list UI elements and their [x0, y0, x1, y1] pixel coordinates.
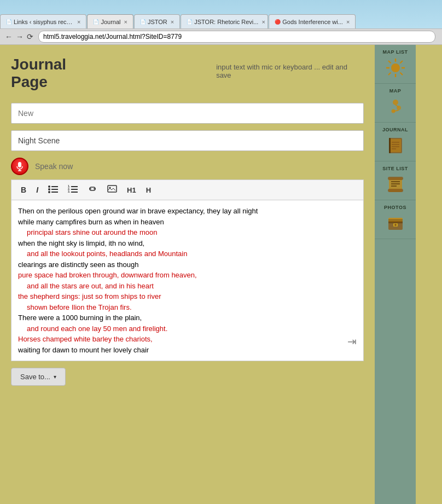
mic-button[interactable] — [11, 158, 28, 175]
journal-icon — [385, 135, 406, 157]
back-button[interactable]: ← — [3, 32, 14, 41]
main-layout: Journal Page input text with mic or keyb… — [0, 45, 442, 504]
h1-button[interactable]: H1 — [123, 184, 141, 196]
map-label: MAP — [389, 88, 402, 94]
svg-rect-35 — [389, 138, 391, 153]
tab-icon: 📄 — [187, 19, 193, 25]
italic-button[interactable]: I — [32, 183, 43, 196]
svg-rect-12 — [71, 189, 78, 190]
tab-links[interactable]: 📄 Links ‹ sisyphus reca... × — [0, 14, 86, 28]
text-line-10: shown before Ilion the Trojan firs. — [18, 302, 357, 313]
bullet-list-button[interactable] — [44, 182, 62, 198]
tab-gods[interactable]: 🔴 Gods Interference wi... × — [269, 14, 356, 28]
text-line-14: waiting for dawn to mount her lovely cha… — [18, 345, 357, 356]
svg-point-46 — [394, 224, 397, 226]
svg-rect-10 — [71, 186, 78, 187]
tab-icon: 🔴 — [275, 19, 281, 25]
text-line-4: when the night sky is limpid, ith no win… — [18, 238, 357, 249]
svg-point-7 — [48, 191, 50, 193]
text-line-5: and all the lookout points, headlands an… — [18, 248, 357, 259]
new-input[interactable] — [11, 103, 364, 124]
text-editor[interactable]: Then on the perilous open ground war in … — [11, 200, 364, 361]
photos-icon — [385, 212, 406, 234]
svg-rect-8 — [51, 192, 58, 193]
text-line-12: and round each one lay 50 men and fireli… — [18, 323, 357, 334]
svg-line-22 — [388, 61, 391, 63]
address-bar[interactable] — [38, 31, 435, 43]
svg-rect-37 — [388, 177, 403, 180]
svg-rect-44 — [388, 221, 403, 223]
number-list-button[interactable]: 1. 2. 3. — [63, 182, 82, 198]
image-button[interactable] — [103, 183, 121, 197]
tab-icon: 📄 — [140, 19, 146, 25]
content-area: Journal Page input text with mic or keyb… — [0, 45, 375, 504]
svg-rect-38 — [388, 189, 403, 192]
svg-line-23 — [400, 73, 403, 76]
svg-line-25 — [388, 73, 391, 76]
save-row: Save to... ▾ — [11, 368, 364, 386]
editor-toolbar: B I 1. 2. 3. — [11, 179, 364, 200]
tab-jstor2[interactable]: 📄 JSTOR: Rhetoric Revi... × — [181, 14, 268, 28]
bold-button[interactable]: B — [16, 183, 31, 196]
svg-rect-14 — [71, 192, 78, 193]
scene-input[interactable] — [11, 130, 364, 151]
refresh-button[interactable]: ⟳ — [25, 32, 35, 41]
page-subtitle: input text with mic or keyboard ... edit… — [216, 63, 364, 79]
browser-chrome: 📄 Links ‹ sisyphus reca... × 📄 Journal ×… — [0, 0, 442, 45]
map-list-label: MAP LIST — [383, 49, 408, 55]
photos-label: PHOTOS — [384, 205, 406, 210]
sidebar-item-map-list[interactable]: MAP LIST — [375, 45, 416, 84]
tab-close-icon[interactable]: × — [261, 19, 265, 25]
svg-rect-4 — [51, 186, 58, 187]
text-line-9: the shepherd sings: just so from ships t… — [18, 291, 357, 302]
tab-journal[interactable]: 📄 Journal × — [87, 14, 133, 28]
journal-label: JOURNAL — [382, 127, 408, 132]
map-icon — [385, 96, 406, 118]
forward-button[interactable]: → — [14, 32, 25, 41]
save-button[interactable]: Save to... ▾ — [11, 368, 66, 386]
sidebar-item-journal[interactable]: JOURNAL — [375, 123, 416, 161]
nav-bar: ← → ⟳ — [0, 28, 442, 45]
right-sidebar: MAP LIST MAP — [375, 45, 416, 504]
mic-row: Speak now — [11, 158, 364, 175]
tab-close-icon[interactable]: × — [171, 19, 174, 25]
tab-close-icon[interactable]: × — [124, 19, 127, 25]
svg-line-24 — [400, 61, 403, 63]
text-line-7: pure space had broken through, downward … — [18, 270, 357, 281]
svg-point-26 — [393, 100, 398, 105]
svg-rect-6 — [51, 189, 58, 190]
svg-text:3.: 3. — [68, 190, 71, 193]
h-more-button[interactable]: H — [142, 184, 155, 196]
mic-speak-label: Speak now — [35, 162, 73, 171]
text-line-11: There were a 1000 burning in the plain, — [18, 312, 357, 323]
tab-close-icon[interactable]: × — [77, 19, 80, 25]
header-row: Journal Page input text with mic or keyb… — [11, 56, 364, 94]
tab-close-icon[interactable]: × — [346, 19, 350, 25]
page-title: Journal Page — [11, 56, 107, 91]
tab-icon: 📄 — [6, 19, 12, 25]
dropdown-arrow-icon: ▾ — [54, 374, 56, 380]
text-line-13: Horses champed white barley the chariots… — [18, 334, 357, 345]
tab-bar: 📄 Links ‹ sisyphus reca... × 📄 Journal ×… — [0, 0, 442, 28]
sidebar-item-photos[interactable]: PHOTOS — [375, 200, 416, 239]
text-line-3: principal stars shine out around the moo… — [18, 227, 357, 238]
sidebar-item-map[interactable]: MAP — [375, 84, 416, 123]
text-line-1: Then on the perilous open ground war in … — [18, 206, 357, 217]
svg-point-3 — [48, 186, 50, 188]
link-button[interactable] — [83, 183, 102, 197]
text-line-2: while many campfires burn as when in hea… — [18, 217, 357, 228]
tab-icon: 📄 — [93, 19, 99, 25]
site-list-icon — [385, 173, 406, 195]
svg-rect-30 — [390, 139, 401, 152]
svg-point-5 — [48, 188, 50, 190]
svg-point-17 — [391, 63, 400, 72]
svg-rect-0 — [18, 162, 21, 167]
tab-jstor1[interactable]: 📄 JSTOR × — [134, 14, 180, 28]
end-arrow-icon: ⇥ — [347, 333, 357, 350]
map-list-icon — [385, 57, 406, 79]
text-line-8: and all the stars are out, and in his he… — [18, 281, 357, 292]
site-list-label: SITE LIST — [382, 166, 408, 171]
text-line-6: clearings are distinctly seen as though — [18, 259, 357, 270]
sidebar-item-site-list[interactable]: SITE LIST — [375, 161, 416, 200]
